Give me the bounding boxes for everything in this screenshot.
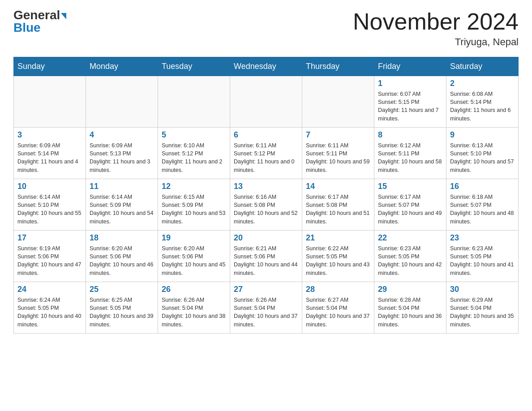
location-text: Triyuga, Nepal — [353, 36, 519, 48]
calendar-cell: 11Sunrise: 6:14 AM Sunset: 5:09 PM Dayli… — [86, 179, 158, 231]
calendar-cell: 1Sunrise: 6:07 AM Sunset: 5:15 PM Daylig… — [374, 76, 446, 128]
calendar-cell: 15Sunrise: 6:17 AM Sunset: 5:07 PM Dayli… — [374, 179, 446, 231]
day-info: Sunrise: 6:23 AM Sunset: 5:05 PM Dayligh… — [450, 244, 515, 277]
day-info: Sunrise: 6:22 AM Sunset: 5:05 PM Dayligh… — [306, 244, 370, 277]
day-info: Sunrise: 6:11 AM Sunset: 5:12 PM Dayligh… — [234, 141, 298, 174]
logo-blue-text: Blue — [13, 21, 41, 34]
calendar-cell: 30Sunrise: 6:29 AM Sunset: 5:04 PM Dayli… — [446, 282, 519, 334]
weekday-header-friday: Friday — [374, 57, 446, 76]
day-info: Sunrise: 6:17 AM Sunset: 5:08 PM Dayligh… — [306, 193, 370, 226]
day-info: Sunrise: 6:14 AM Sunset: 5:09 PM Dayligh… — [90, 193, 154, 226]
calendar-cell: 12Sunrise: 6:15 AM Sunset: 5:09 PM Dayli… — [158, 179, 230, 231]
calendar-week-row: 3Sunrise: 6:09 AM Sunset: 5:14 PM Daylig… — [14, 128, 519, 179]
day-number: 16 — [450, 182, 515, 191]
day-number: 17 — [17, 233, 82, 243]
calendar-cell — [14, 76, 86, 128]
day-info: Sunrise: 6:29 AM Sunset: 5:04 PM Dayligh… — [450, 296, 515, 329]
day-number: 7 — [306, 130, 370, 140]
calendar-week-row: 1Sunrise: 6:07 AM Sunset: 5:15 PM Daylig… — [14, 76, 519, 128]
calendar-cell: 2Sunrise: 6:08 AM Sunset: 5:14 PM Daylig… — [446, 76, 519, 128]
day-number: 9 — [450, 130, 515, 140]
day-number: 5 — [162, 130, 226, 140]
logo-general-text: General — [13, 8, 60, 22]
day-number: 25 — [90, 285, 154, 294]
calendar-cell — [86, 76, 158, 128]
day-number: 8 — [378, 130, 442, 140]
title-section: November 2024 Triyuga, Nepal — [353, 9, 519, 48]
calendar-cell — [230, 76, 302, 128]
day-info: Sunrise: 6:20 AM Sunset: 5:06 PM Dayligh… — [90, 244, 154, 277]
calendar-week-row: 24Sunrise: 6:24 AM Sunset: 5:05 PM Dayli… — [14, 282, 519, 334]
calendar-cell: 6Sunrise: 6:11 AM Sunset: 5:12 PM Daylig… — [230, 128, 302, 179]
calendar-cell: 7Sunrise: 6:11 AM Sunset: 5:11 PM Daylig… — [302, 128, 374, 179]
weekday-header-row: SundayMondayTuesdayWednesdayThursdayFrid… — [14, 57, 519, 76]
day-info: Sunrise: 6:19 AM Sunset: 5:06 PM Dayligh… — [17, 244, 82, 277]
day-number: 13 — [234, 182, 298, 191]
calendar-cell: 4Sunrise: 6:09 AM Sunset: 5:13 PM Daylig… — [86, 128, 158, 179]
day-info: Sunrise: 6:12 AM Sunset: 5:11 PM Dayligh… — [378, 141, 442, 174]
day-number: 18 — [90, 233, 154, 243]
day-number: 4 — [90, 130, 154, 140]
calendar-cell: 21Sunrise: 6:22 AM Sunset: 5:05 PM Dayli… — [302, 231, 374, 282]
calendar-week-row: 10Sunrise: 6:14 AM Sunset: 5:10 PM Dayli… — [14, 179, 519, 231]
calendar-header: SundayMondayTuesdayWednesdayThursdayFrid… — [14, 57, 519, 76]
calendar-cell: 22Sunrise: 6:23 AM Sunset: 5:05 PM Dayli… — [374, 231, 446, 282]
day-info: Sunrise: 6:16 AM Sunset: 5:08 PM Dayligh… — [234, 193, 298, 226]
day-info: Sunrise: 6:28 AM Sunset: 5:04 PM Dayligh… — [378, 296, 442, 329]
day-info: Sunrise: 6:24 AM Sunset: 5:05 PM Dayligh… — [17, 296, 82, 329]
calendar-cell: 23Sunrise: 6:23 AM Sunset: 5:05 PM Dayli… — [446, 231, 519, 282]
day-number: 3 — [17, 130, 82, 140]
calendar-cell: 24Sunrise: 6:24 AM Sunset: 5:05 PM Dayli… — [14, 282, 86, 334]
day-info: Sunrise: 6:11 AM Sunset: 5:11 PM Dayligh… — [306, 141, 370, 174]
calendar-cell: 5Sunrise: 6:10 AM Sunset: 5:12 PM Daylig… — [158, 128, 230, 179]
day-number: 1 — [378, 79, 442, 88]
day-number: 29 — [378, 285, 442, 294]
day-info: Sunrise: 6:09 AM Sunset: 5:13 PM Dayligh… — [90, 141, 154, 174]
day-number: 14 — [306, 182, 370, 191]
day-number: 23 — [450, 233, 515, 243]
day-number: 24 — [17, 285, 82, 294]
day-info: Sunrise: 6:08 AM Sunset: 5:14 PM Dayligh… — [450, 90, 515, 123]
day-info: Sunrise: 6:25 AM Sunset: 5:05 PM Dayligh… — [90, 296, 154, 329]
calendar-table: SundayMondayTuesdayWednesdayThursdayFrid… — [13, 57, 519, 334]
calendar-cell: 25Sunrise: 6:25 AM Sunset: 5:05 PM Dayli… — [86, 282, 158, 334]
day-number: 30 — [450, 285, 515, 294]
calendar-cell: 10Sunrise: 6:14 AM Sunset: 5:10 PM Dayli… — [14, 179, 86, 231]
day-info: Sunrise: 6:14 AM Sunset: 5:10 PM Dayligh… — [17, 193, 82, 226]
day-number: 20 — [234, 233, 298, 243]
day-info: Sunrise: 6:10 AM Sunset: 5:12 PM Dayligh… — [162, 141, 226, 174]
day-number: 10 — [17, 182, 82, 191]
calendar-cell: 13Sunrise: 6:16 AM Sunset: 5:08 PM Dayli… — [230, 179, 302, 231]
day-number: 21 — [306, 233, 370, 243]
day-number: 2 — [450, 79, 515, 88]
day-info: Sunrise: 6:18 AM Sunset: 5:07 PM Dayligh… — [450, 193, 515, 226]
day-number: 19 — [162, 233, 226, 243]
day-info: Sunrise: 6:21 AM Sunset: 5:06 PM Dayligh… — [234, 244, 298, 277]
calendar-cell — [302, 76, 374, 128]
calendar-week-row: 17Sunrise: 6:19 AM Sunset: 5:06 PM Dayli… — [14, 231, 519, 282]
day-number: 6 — [234, 130, 298, 140]
calendar-cell: 8Sunrise: 6:12 AM Sunset: 5:11 PM Daylig… — [374, 128, 446, 179]
weekday-header-tuesday: Tuesday — [158, 57, 230, 76]
weekday-header-thursday: Thursday — [302, 57, 374, 76]
day-info: Sunrise: 6:09 AM Sunset: 5:14 PM Dayligh… — [17, 141, 82, 174]
weekday-header-monday: Monday — [86, 57, 158, 76]
calendar-cell — [158, 76, 230, 128]
day-number: 26 — [162, 285, 226, 294]
calendar-cell: 3Sunrise: 6:09 AM Sunset: 5:14 PM Daylig… — [14, 128, 86, 179]
day-info: Sunrise: 6:13 AM Sunset: 5:10 PM Dayligh… — [450, 141, 515, 174]
day-info: Sunrise: 6:26 AM Sunset: 5:04 PM Dayligh… — [162, 296, 226, 329]
weekday-header-saturday: Saturday — [446, 57, 519, 76]
day-info: Sunrise: 6:20 AM Sunset: 5:06 PM Dayligh… — [162, 244, 226, 277]
day-info: Sunrise: 6:17 AM Sunset: 5:07 PM Dayligh… — [378, 193, 442, 226]
day-info: Sunrise: 6:15 AM Sunset: 5:09 PM Dayligh… — [162, 193, 226, 226]
day-number: 15 — [378, 182, 442, 191]
day-info: Sunrise: 6:23 AM Sunset: 5:05 PM Dayligh… — [378, 244, 442, 277]
day-info: Sunrise: 6:26 AM Sunset: 5:04 PM Dayligh… — [234, 296, 298, 329]
calendar-body: 1Sunrise: 6:07 AM Sunset: 5:15 PM Daylig… — [14, 76, 519, 334]
weekday-header-wednesday: Wednesday — [230, 57, 302, 76]
weekday-header-sunday: Sunday — [14, 57, 86, 76]
calendar-cell: 14Sunrise: 6:17 AM Sunset: 5:08 PM Dayli… — [302, 179, 374, 231]
day-number: 12 — [162, 182, 226, 191]
logo-top-row: General — [13, 9, 66, 21]
